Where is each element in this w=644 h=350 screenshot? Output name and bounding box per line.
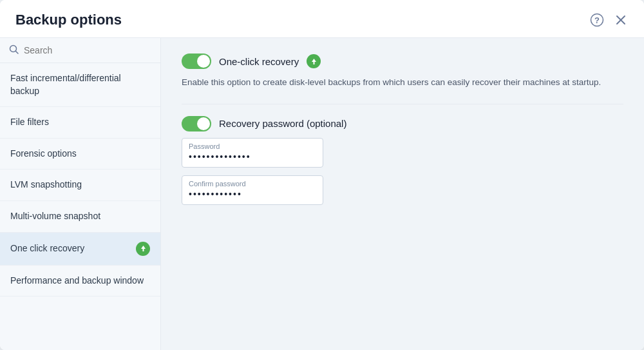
section-divider	[182, 104, 623, 104]
confirm-password-field-container: Confirm password ••••••••••••	[182, 175, 623, 205]
sidebar-item-fast-incremental[interactable]: Fast incremental/differential backup	[0, 63, 160, 107]
confirm-password-box[interactable]: Confirm password ••••••••••••	[182, 175, 323, 205]
password-box-label: Password	[189, 142, 316, 150]
password-field-container: Password ••••••••••••••	[182, 138, 623, 168]
svg-line-5	[16, 52, 19, 54]
sidebar-item-performance-backup-window[interactable]: Performance and backup window	[0, 266, 160, 297]
sidebar-item-forensic-options[interactable]: Forensic options	[0, 139, 160, 170]
one-click-recovery-label: One-click recovery	[219, 56, 299, 67]
search-box	[0, 38, 160, 63]
upgrade-icon-main	[307, 54, 321, 68]
close-button[interactable]	[613, 12, 629, 28]
upgrade-icon-sidebar	[136, 242, 150, 256]
modal-body: Fast incremental/differential backup Fil…	[0, 38, 644, 350]
sidebar-item-multi-volume-snapshot[interactable]: Multi-volume snapshot	[0, 201, 160, 233]
recovery-password-row: Recovery password (optional)	[182, 116, 623, 131]
confirm-password-value: ••••••••••••	[189, 189, 316, 199]
help-button[interactable]: ?	[589, 12, 605, 28]
sidebar-item-file-filters[interactable]: File filters	[0, 107, 160, 139]
main-content: One-click recovery Enable this option to…	[161, 38, 644, 350]
header-actions: ?	[589, 12, 629, 28]
search-input[interactable]	[24, 45, 151, 55]
sidebar: Fast incremental/differential backup Fil…	[0, 38, 161, 350]
confirm-password-box-label: Confirm password	[189, 180, 316, 188]
modal-title: Backup options	[15, 12, 122, 28]
one-click-recovery-row: One-click recovery	[182, 53, 623, 69]
search-icon	[9, 44, 19, 56]
sidebar-item-lvm-snapshotting[interactable]: LVM snapshotting	[0, 170, 160, 201]
password-box[interactable]: Password ••••••••••••••	[182, 138, 323, 168]
one-click-recovery-description: Enable this option to create disk-level …	[182, 75, 623, 90]
recovery-password-label: Recovery password (optional)	[219, 118, 346, 129]
svg-text:?: ?	[594, 15, 600, 25]
modal-header: Backup options ?	[0, 0, 644, 38]
password-value: ••••••••••••••	[189, 151, 316, 162]
backup-options-modal: Backup options ?	[0, 0, 644, 350]
sidebar-item-one-click-recovery[interactable]: One click recovery	[0, 233, 160, 266]
recovery-password-toggle[interactable]	[182, 116, 211, 131]
one-click-recovery-toggle[interactable]	[182, 53, 211, 69]
